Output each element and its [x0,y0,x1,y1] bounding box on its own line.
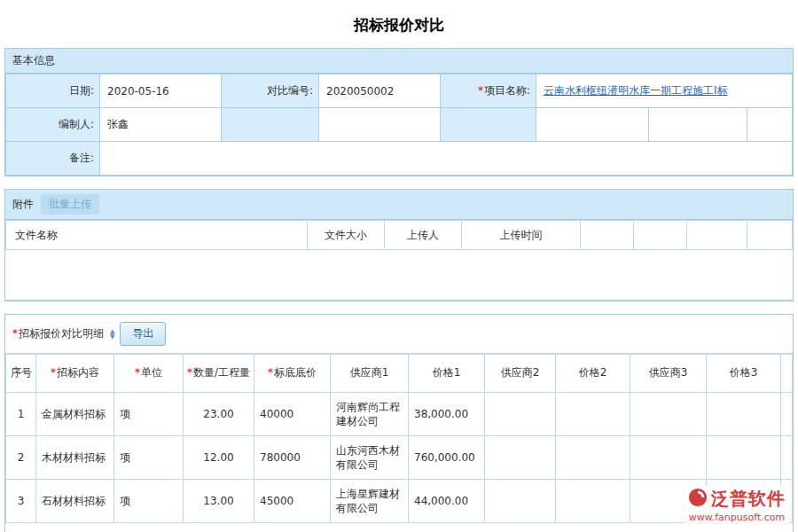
col-bid-content: *招标内容 [36,355,114,393]
col-empty [581,221,634,250]
project-name-label: *项目名称: [441,74,536,108]
cell-bid-content: 木材材料招标 [36,436,114,480]
batch-upload-button[interactable]: 批量上传 [41,194,99,215]
cell-price-2 [556,393,630,436]
date-label: 日期: [6,74,100,108]
attachments-table: 文件名称 文件大小 上传人 上传时间 [5,220,793,301]
col-uploader: 上传人 [385,221,462,250]
empty-label-cell [441,108,536,142]
attachments-section: 附件 批量上传 文件名称 文件大小 上传人 上传时间 [4,189,794,301]
attachments-title: 附件 [12,197,34,212]
vendor-website-link[interactable]: www.fanpusoft.com [688,512,786,523]
cell-filler [781,393,793,436]
col-empty [747,221,793,250]
project-name-cell: 云南水利枢纽潜明水库一期工程施工I标 [536,74,793,108]
basic-info-header-bar: 基本信息 [5,49,793,74]
col-base-price: *标底底价 [254,355,331,393]
detail-table: 序号 *招标内容 *单位 *数量/工程量 *标底底价 供应商1 价格1 供应商2… [5,354,793,532]
basic-info-section: 基本信息 日期: 2020-05-16 对比编号: 2020050002 *项目… [4,48,794,176]
form-row-1: 日期: 2020-05-16 对比编号: 2020050002 *项目名称: 云… [6,74,793,108]
cell-base-price: 40000 [254,393,331,436]
cell-supplier-2 [485,393,556,436]
cell-supplier-1: 山东河西木材有限公司 [331,436,409,480]
detail-header-bar: *招标报价对比明细 ▲ ▼ 导出 [5,315,793,354]
attachments-header-bar: 附件 批量上传 [5,190,793,220]
empty-value-cell [747,108,793,142]
required-asterisk: * [12,327,18,340]
col-file-name: 文件名称 [6,221,308,250]
attachments-header-row: 文件名称 文件大小 上传人 上传时间 [6,221,793,250]
page-title: 招标报价对比 [0,0,798,48]
cell-unit: 项 [114,480,184,523]
cell-price-1: 760,000.00 [409,436,485,480]
form-row-2: 编制人: 张鑫 [6,108,793,142]
empty-label-cell [222,108,319,142]
cell-price-2 [556,480,630,523]
col-supplier-3: 供应商3 [630,355,707,393]
empty-value-cell [536,108,649,142]
col-price-3: 价格3 [707,355,781,393]
remark-value [100,142,793,176]
cell-quantity: 13.00 [184,480,254,523]
empty-value-cell [319,108,441,142]
sort-icon[interactable]: ▲ ▼ [110,329,114,340]
cell-price-3 [707,393,781,436]
col-supplier-1: 供应商1 [331,355,409,393]
cell-unit: 项 [114,436,184,480]
col-empty [687,221,747,250]
col-price-2: 价格2 [556,355,630,393]
col-price-1: 价格1 [409,355,485,393]
date-value: 2020-05-16 [100,74,222,108]
cell-seq: 2 [6,436,36,480]
cell-quantity: 12.00 [184,436,254,480]
cell-supplier-3 [630,393,707,436]
project-name-link[interactable]: 云南水利枢纽潜明水库一期工程施工I标 [544,84,728,97]
table-row: 3 石材材料招标 项 13.00 45000 上海星辉建材有限公司 44,000… [6,480,793,523]
cell-seq: 1 [6,393,36,436]
cell-base-price: 780000 [254,436,331,480]
cell-price-1: 38,000.00 [409,393,485,436]
vendor-name: 泛普软件 [711,487,786,511]
form-row-3: 备注: [6,142,793,176]
cell-price-1: 44,000.00 [409,480,485,523]
required-asterisk: * [478,84,483,97]
cell-supplier-1: 上海星辉建材有限公司 [331,480,409,523]
cell-quantity: 23.00 [184,393,254,436]
cell-supplier-2 [485,436,556,480]
cell-bid-content: 金属材料招标 [36,393,114,436]
fanpu-logo-icon [688,488,708,510]
table-row: 1 金属材料招标 项 23.00 40000 河南辉尚工程建材公司 38,000… [6,393,793,436]
detail-section: *招标报价对比明细 ▲ ▼ 导出 序号 *招标内容 *单位 *数量/工程量 *标… [4,314,794,532]
col-unit: *单位 [114,355,184,393]
basic-info-title: 基本信息 [12,53,55,68]
cell-supplier-2 [485,480,556,523]
detail-title: *招标报价对比明细 [12,326,104,341]
basic-info-table: 日期: 2020-05-16 对比编号: 2020050002 *项目名称: 云… [5,74,793,176]
cell-supplier-1: 河南辉尚工程建材公司 [331,393,409,436]
cell-filler [781,436,793,480]
export-button[interactable]: 导出 [120,322,166,346]
cell-base-price: 45000 [254,480,331,523]
cell-seq: 3 [6,480,36,523]
col-quantity: *数量/工程量 [184,355,254,393]
attachments-empty-row [6,250,793,301]
col-empty [634,221,687,250]
compare-no-label: 对比编号: [222,74,319,108]
compare-no-value: 2020050002 [319,74,441,108]
col-upload-time: 上传时间 [462,221,581,250]
author-value: 张鑫 [100,108,222,142]
cell-bid-content: 石材材料招标 [36,480,114,523]
cell-price-3 [707,436,781,480]
col-file-size: 文件大小 [308,221,385,250]
table-row: 2 木材材料招标 项 12.00 780000 山东河西木材有限公司 760,0… [6,436,793,480]
detail-header-row: 序号 *招标内容 *单位 *数量/工程量 *标底底价 供应商1 价格1 供应商2… [6,355,793,393]
table-filler-row [6,523,793,532]
col-seq: 序号 [6,355,36,393]
cell-unit: 项 [114,393,184,436]
col-filler [781,355,793,393]
empty-value-cell [649,108,747,142]
cell-price-2 [556,436,630,480]
remark-label: 备注: [6,142,100,176]
col-supplier-2: 供应商2 [485,355,556,393]
cell-supplier-3 [630,436,707,480]
